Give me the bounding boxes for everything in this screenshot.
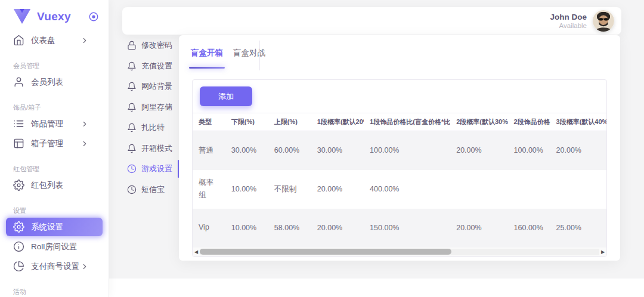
col-header-type: 类型 (193, 113, 225, 131)
home-icon (13, 35, 24, 46)
settings-item-game-settings[interactable]: 游戏设置 (127, 162, 169, 176)
avatar[interactable] (593, 10, 614, 32)
clock-icon (127, 164, 137, 174)
table-row: 普通 30.00% 60.00% 30.00% 100.00% 20.00% 1… (193, 131, 606, 170)
cell-lower: 30.00% (225, 131, 268, 170)
chevron-right-icon (80, 140, 89, 148)
sidebar-item-roll-room-settings[interactable]: Roll房间设置 (6, 237, 103, 256)
bell-icon (127, 82, 137, 91)
cell-s3-prob: 20.00% (550, 131, 606, 170)
vuexy-logo-icon (13, 9, 31, 24)
tab-blindbox-open[interactable]: 盲盒开箱 (191, 35, 223, 70)
sidebar-section-activity: 活动 (6, 287, 103, 296)
bell-icon (127, 103, 137, 112)
col-header-stage1-price-ratio: 1段饰品价格比(盲盒价格*比例) (364, 113, 450, 131)
cell-upper: 58.00% (268, 209, 311, 248)
main-sidebar: Vuexy 仪表盘 会员管理 会员列表 饰品/箱子 饰品管理 箱子管理 红包管理… (0, 0, 109, 297)
settings-item-sms-bao[interactable]: 短信宝 (127, 182, 169, 197)
probability-table-card: 添加 类型 下限(%) 上限(%) 1段概率(默认20%) 1段饰品价格比(盲盒… (192, 79, 607, 257)
cell-s1-prob: 30.00% (311, 131, 364, 170)
table-toolbar: 添加 (193, 80, 606, 113)
sidebar-section-redpacket: 红包管理 (6, 165, 103, 174)
sidebar-item-label: 红包列表 (31, 180, 63, 191)
lock-icon (127, 41, 137, 50)
top-navbar: John Doe Available (122, 7, 621, 35)
sidebar-section-settings: 设置 (6, 206, 103, 215)
sidebar-item-dashboard[interactable]: 仪表盘 (6, 31, 103, 50)
user-icon (13, 76, 24, 88)
sidebar-item-redpacket-list[interactable]: 红包列表 (6, 176, 103, 194)
cell-lower: 10.00% (225, 170, 268, 209)
scroll-right-arrow-icon[interactable]: ▶ (599, 248, 606, 256)
user-info: John Doe Available (550, 13, 587, 29)
pie-chart-icon (13, 261, 24, 272)
cell-upper: 不限制 (268, 170, 311, 209)
cell-s2-prob (450, 170, 507, 209)
settings-item-label: 游戏设置 (141, 163, 172, 174)
cell-s1-ratio: 100.00% (364, 131, 450, 170)
settings-item-unbox-mode[interactable]: 开箱模式 (127, 141, 169, 156)
settings-item-label: 开箱模式 (141, 143, 172, 154)
col-header-lower-limit: 下限(%) (225, 113, 268, 131)
cell-lower: 10.00% (225, 209, 268, 248)
cell-value: 概率组 (199, 177, 219, 202)
scrollbar-track[interactable] (200, 249, 599, 255)
sidebar-item-payment-merchant-settings[interactable]: 支付商号设置 (6, 257, 103, 276)
sidebar-item-system-settings[interactable]: 系统设置 (6, 218, 103, 236)
tabs-divider (259, 41, 260, 70)
tab-bar: 盲盒开箱 盲盒对战 (179, 35, 620, 70)
cell-upper: 60.00% (268, 131, 311, 170)
table-row: Vip 10.00% 58.00% 20.00% 150.00% 20.00% … (193, 209, 606, 248)
settings-item-zhabite[interactable]: 扎比特 (127, 120, 169, 135)
info-icon (13, 241, 24, 252)
settings-item-label: 网站背景 (141, 81, 172, 92)
user-name: John Doe (550, 13, 587, 21)
settings-item-recharge[interactable]: 充值设置 (127, 59, 169, 73)
probability-table: 类型 下限(%) 上限(%) 1段概率(默认20%) 1段饰品价格比(盲盒价格*… (193, 113, 606, 248)
cell-s1-ratio: 150.00% (364, 209, 450, 248)
sidebar-item-member-list[interactable]: 会员列表 (6, 73, 103, 91)
cell-s1-prob: 20.00% (311, 209, 364, 248)
sidebar-item-label: 会员列表 (31, 77, 63, 88)
sidebar-item-label: Roll房间设置 (31, 242, 77, 252)
tab-blindbox-battle[interactable]: 盲盒对战 (233, 35, 265, 70)
sidebar-item-label: 支付商号设置 (31, 261, 79, 272)
settings-item-label: 扎比特 (141, 122, 165, 133)
cell-value: 普通 (199, 144, 213, 157)
sidebar-item-label: 饰品管理 (31, 119, 63, 129)
col-header-stage3-prob: 3段概率(默认40%) (550, 113, 606, 131)
scroll-left-arrow-icon[interactable]: ◀ (193, 248, 200, 256)
bell-icon (127, 144, 137, 153)
game-settings-panel: 盲盒开箱 盲盒对战 添加 类型 下限(%) 上限(%) 1段概率(默认20%) (179, 35, 620, 261)
settings-item-label: 阿里存储 (141, 102, 172, 113)
sidebar-section-members: 会员管理 (6, 61, 103, 70)
scrollbar-thumb[interactable] (200, 249, 451, 255)
settings-item-label: 修改密码 (141, 40, 172, 51)
avatar-image (593, 10, 614, 32)
settings-menu: 修改密码 充值设置 网站背景 阿里存储 扎比特 开箱模式 游戏设置 短信宝 (127, 38, 169, 203)
settings-item-change-password[interactable]: 修改密码 (127, 38, 169, 52)
table-row: 概率组 10.00% 不限制 20.00% 400.00% (193, 170, 606, 209)
cell-type: Vip (193, 209, 225, 248)
sidebar-nav: 仪表盘 会员管理 会员列表 饰品/箱子 饰品管理 箱子管理 红包管理 红包列表 … (0, 27, 109, 296)
settings-item-site-background[interactable]: 网站背景 (127, 79, 169, 94)
chevron-right-icon (80, 120, 89, 128)
cell-s1-ratio: 400.00% (364, 170, 450, 209)
cell-value: Vip (199, 221, 209, 234)
settings-item-ali-storage[interactable]: 阿里存储 (127, 100, 169, 115)
cell-s2-prob: 20.00% (450, 209, 507, 248)
brand-name[interactable]: Vuexy (37, 10, 71, 23)
sidebar-pin-toggle-icon[interactable] (88, 11, 99, 22)
bell-icon (127, 61, 137, 71)
cell-s2-ratio (508, 170, 550, 209)
chevron-right-icon (80, 36, 89, 45)
add-button[interactable]: 添加 (200, 86, 252, 106)
cell-s2-ratio: 160.00% (508, 209, 550, 248)
sidebar-item-label: 箱子管理 (31, 138, 63, 149)
settings-item-label: 充值设置 (141, 61, 172, 72)
col-header-stage2-prob: 2段概率(默认30%) (450, 113, 507, 131)
sidebar-item-label: 仪表盘 (31, 35, 55, 46)
sidebar-item-item-management[interactable]: 饰品管理 (6, 115, 103, 133)
settings-item-label: 短信宝 (141, 184, 165, 195)
sidebar-item-box-management[interactable]: 箱子管理 (6, 134, 103, 153)
